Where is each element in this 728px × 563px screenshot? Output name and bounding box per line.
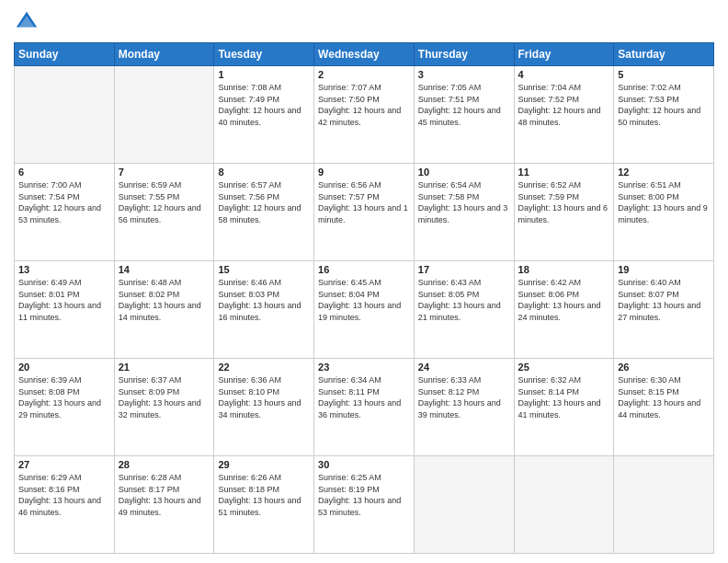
day-info: Sunrise: 6:45 AMSunset: 8:04 PMDaylight:…: [318, 277, 410, 323]
calendar-cell: 2Sunrise: 7:07 AMSunset: 7:50 PMDaylight…: [314, 66, 415, 164]
day-number: 26: [618, 362, 710, 373]
calendar-cell: 25Sunrise: 6:32 AMSunset: 8:14 PMDayligh…: [514, 359, 614, 456]
day-info: Sunrise: 6:39 AMSunset: 8:08 PMDaylight:…: [18, 374, 110, 420]
calendar-cell: 10Sunrise: 6:54 AMSunset: 7:58 PMDayligh…: [414, 164, 514, 261]
day-number: 15: [218, 264, 310, 275]
calendar-cell: 21Sunrise: 6:37 AMSunset: 8:09 PMDayligh…: [114, 359, 214, 456]
calendar-cell: 14Sunrise: 6:48 AMSunset: 8:02 PMDayligh…: [114, 261, 214, 359]
weekday-header-sunday: Sunday: [15, 43, 115, 66]
day-number: 25: [518, 362, 610, 373]
day-number: 3: [418, 69, 510, 80]
day-info: Sunrise: 6:48 AMSunset: 8:02 PMDaylight:…: [119, 277, 210, 323]
day-number: 16: [318, 264, 410, 275]
calendar-cell: 29Sunrise: 6:26 AMSunset: 8:18 PMDayligh…: [214, 456, 314, 554]
logo-icon: [14, 9, 40, 35]
day-number: 5: [618, 69, 710, 80]
day-info: Sunrise: 6:54 AMSunset: 7:58 PMDaylight:…: [418, 179, 510, 225]
day-number: 23: [318, 362, 410, 373]
day-number: 4: [518, 69, 610, 80]
day-number: 28: [119, 459, 210, 470]
day-number: 13: [18, 264, 110, 275]
day-info: Sunrise: 6:56 AMSunset: 7:57 PMDaylight:…: [318, 179, 410, 225]
day-info: Sunrise: 7:07 AMSunset: 7:50 PMDaylight:…: [318, 82, 410, 128]
calendar-cell: 13Sunrise: 6:49 AMSunset: 8:01 PMDayligh…: [15, 261, 115, 359]
calendar-cell: 7Sunrise: 6:59 AMSunset: 7:55 PMDaylight…: [114, 164, 214, 261]
week-row-4: 20Sunrise: 6:39 AMSunset: 8:08 PMDayligh…: [15, 359, 714, 456]
day-info: Sunrise: 7:05 AMSunset: 7:51 PMDaylight:…: [418, 82, 510, 128]
calendar-cell: 22Sunrise: 6:36 AMSunset: 8:10 PMDayligh…: [214, 359, 314, 456]
day-info: Sunrise: 6:34 AMSunset: 8:11 PMDaylight:…: [318, 374, 410, 420]
calendar-cell: 24Sunrise: 6:33 AMSunset: 8:12 PMDayligh…: [414, 359, 514, 456]
calendar-cell: 11Sunrise: 6:52 AMSunset: 7:59 PMDayligh…: [514, 164, 614, 261]
weekday-header-thursday: Thursday: [414, 43, 514, 66]
logo: [14, 9, 43, 35]
calendar-cell: 28Sunrise: 6:28 AMSunset: 8:17 PMDayligh…: [114, 456, 214, 554]
calendar-body: 1Sunrise: 7:08 AMSunset: 7:49 PMDaylight…: [15, 66, 714, 554]
day-info: Sunrise: 6:42 AMSunset: 8:06 PMDaylight:…: [518, 277, 610, 323]
day-info: Sunrise: 6:59 AMSunset: 7:55 PMDaylight:…: [119, 179, 210, 225]
day-number: 12: [618, 167, 710, 178]
weekday-header-saturday: Saturday: [614, 43, 714, 66]
calendar-cell: 27Sunrise: 6:29 AMSunset: 8:16 PMDayligh…: [15, 456, 115, 554]
calendar-cell: 1Sunrise: 7:08 AMSunset: 7:49 PMDaylight…: [214, 66, 314, 164]
day-info: Sunrise: 6:36 AMSunset: 8:10 PMDaylight:…: [218, 374, 310, 420]
week-row-3: 13Sunrise: 6:49 AMSunset: 8:01 PMDayligh…: [15, 261, 714, 359]
day-number: 14: [119, 264, 210, 275]
day-number: 6: [18, 167, 110, 178]
day-number: 17: [418, 264, 510, 275]
weekday-header-monday: Monday: [114, 43, 214, 66]
calendar-cell: 15Sunrise: 6:46 AMSunset: 8:03 PMDayligh…: [214, 261, 314, 359]
day-number: 20: [18, 362, 110, 373]
calendar-cell: 12Sunrise: 6:51 AMSunset: 8:00 PMDayligh…: [614, 164, 714, 261]
day-info: Sunrise: 6:57 AMSunset: 7:56 PMDaylight:…: [218, 179, 310, 225]
day-info: Sunrise: 6:26 AMSunset: 8:18 PMDaylight:…: [218, 472, 310, 518]
header: [14, 9, 714, 35]
day-number: 30: [318, 459, 410, 470]
day-info: Sunrise: 6:33 AMSunset: 8:12 PMDaylight:…: [418, 374, 510, 420]
calendar-cell: [514, 456, 614, 554]
week-row-2: 6Sunrise: 7:00 AMSunset: 7:54 PMDaylight…: [15, 164, 714, 261]
calendar-cell: 18Sunrise: 6:42 AMSunset: 8:06 PMDayligh…: [514, 261, 614, 359]
calendar-cell: 19Sunrise: 6:40 AMSunset: 8:07 PMDayligh…: [614, 261, 714, 359]
day-number: 22: [218, 362, 310, 373]
calendar-cell: 3Sunrise: 7:05 AMSunset: 7:51 PMDaylight…: [414, 66, 514, 164]
day-info: Sunrise: 6:28 AMSunset: 8:17 PMDaylight:…: [119, 472, 210, 518]
weekday-header-friday: Friday: [514, 43, 614, 66]
day-info: Sunrise: 6:32 AMSunset: 8:14 PMDaylight:…: [518, 374, 610, 420]
calendar-cell: 20Sunrise: 6:39 AMSunset: 8:08 PMDayligh…: [15, 359, 115, 456]
calendar-cell: 9Sunrise: 6:56 AMSunset: 7:57 PMDaylight…: [314, 164, 415, 261]
day-info: Sunrise: 6:52 AMSunset: 7:59 PMDaylight:…: [518, 179, 610, 225]
weekday-row: SundayMondayTuesdayWednesdayThursdayFrid…: [15, 43, 714, 66]
day-info: Sunrise: 6:40 AMSunset: 8:07 PMDaylight:…: [618, 277, 710, 323]
day-info: Sunrise: 6:49 AMSunset: 8:01 PMDaylight:…: [18, 277, 110, 323]
calendar-cell: 8Sunrise: 6:57 AMSunset: 7:56 PMDaylight…: [214, 164, 314, 261]
day-number: 9: [318, 167, 410, 178]
calendar: SundayMondayTuesdayWednesdayThursdayFrid…: [14, 42, 714, 554]
weekday-header-wednesday: Wednesday: [314, 43, 415, 66]
calendar-cell: 26Sunrise: 6:30 AMSunset: 8:15 PMDayligh…: [614, 359, 714, 456]
day-info: Sunrise: 7:00 AMSunset: 7:54 PMDaylight:…: [18, 179, 110, 225]
day-info: Sunrise: 6:43 AMSunset: 8:05 PMDaylight:…: [418, 277, 510, 323]
calendar-cell: 4Sunrise: 7:04 AMSunset: 7:52 PMDaylight…: [514, 66, 614, 164]
day-number: 11: [518, 167, 610, 178]
day-info: Sunrise: 6:37 AMSunset: 8:09 PMDaylight:…: [119, 374, 210, 420]
day-number: 10: [418, 167, 510, 178]
calendar-cell: 17Sunrise: 6:43 AMSunset: 8:05 PMDayligh…: [414, 261, 514, 359]
day-number: 1: [218, 69, 310, 80]
calendar-cell: [114, 66, 214, 164]
day-info: Sunrise: 7:04 AMSunset: 7:52 PMDaylight:…: [518, 82, 610, 128]
day-number: 27: [18, 459, 110, 470]
day-info: Sunrise: 6:30 AMSunset: 8:15 PMDaylight:…: [618, 374, 710, 420]
calendar-cell: 6Sunrise: 7:00 AMSunset: 7:54 PMDaylight…: [15, 164, 115, 261]
day-number: 21: [119, 362, 210, 373]
page: SundayMondayTuesdayWednesdayThursdayFrid…: [0, 0, 728, 563]
calendar-cell: [15, 66, 115, 164]
calendar-cell: 16Sunrise: 6:45 AMSunset: 8:04 PMDayligh…: [314, 261, 415, 359]
day-info: Sunrise: 7:08 AMSunset: 7:49 PMDaylight:…: [218, 82, 310, 128]
day-info: Sunrise: 6:51 AMSunset: 8:00 PMDaylight:…: [618, 179, 710, 225]
week-row-5: 27Sunrise: 6:29 AMSunset: 8:16 PMDayligh…: [15, 456, 714, 554]
day-number: 2: [318, 69, 410, 80]
day-number: 19: [618, 264, 710, 275]
day-info: Sunrise: 6:25 AMSunset: 8:19 PMDaylight:…: [318, 472, 410, 518]
day-info: Sunrise: 6:46 AMSunset: 8:03 PMDaylight:…: [218, 277, 310, 323]
